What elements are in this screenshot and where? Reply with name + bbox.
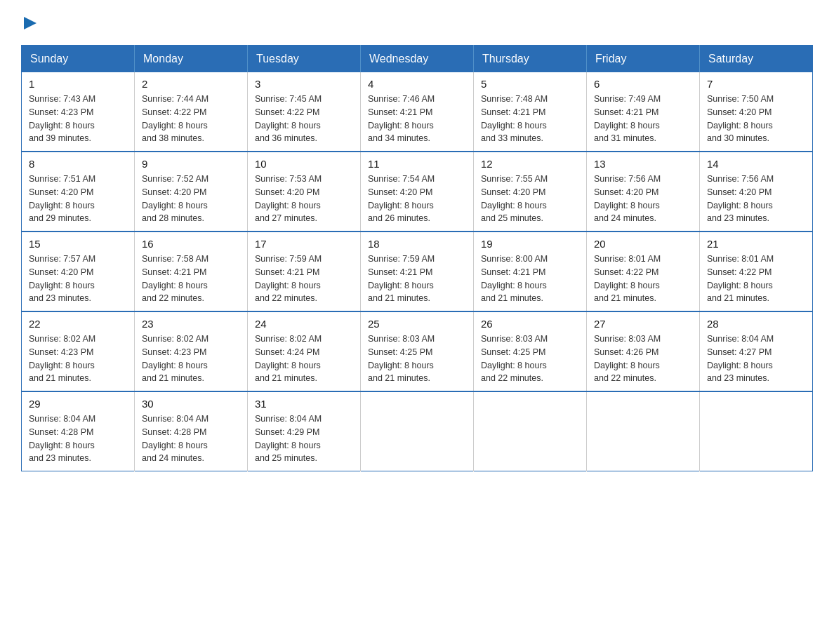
day-info: Sunrise: 7:51 AM Sunset: 4:20 PM Dayligh… xyxy=(29,173,127,225)
calendar-cell: 6 Sunrise: 7:49 AM Sunset: 4:21 PM Dayli… xyxy=(587,72,700,152)
day-number: 9 xyxy=(142,158,240,170)
day-info: Sunrise: 8:01 AM Sunset: 4:22 PM Dayligh… xyxy=(707,253,805,305)
calendar-cell: 21 Sunrise: 8:01 AM Sunset: 4:22 PM Dayl… xyxy=(700,232,813,311)
day-info: Sunrise: 7:59 AM Sunset: 4:21 PM Dayligh… xyxy=(255,253,353,305)
calendar-cell: 24 Sunrise: 8:02 AM Sunset: 4:24 PM Dayl… xyxy=(248,311,361,391)
weekday-header-friday: Friday xyxy=(587,46,700,73)
day-info: Sunrise: 7:50 AM Sunset: 4:20 PM Dayligh… xyxy=(707,93,805,145)
calendar-cell: 28 Sunrise: 8:04 AM Sunset: 4:27 PM Dayl… xyxy=(700,311,813,391)
logo-arrow-icon xyxy=(22,15,38,31)
logo xyxy=(21,14,38,31)
calendar-week-row: 29 Sunrise: 8:04 AM Sunset: 4:28 PM Dayl… xyxy=(22,391,813,471)
day-info: Sunrise: 7:57 AM Sunset: 4:20 PM Dayligh… xyxy=(29,253,127,305)
day-number: 1 xyxy=(29,78,127,90)
calendar-table: SundayMondayTuesdayWednesdayThursdayFrid… xyxy=(21,45,813,471)
calendar-cell: 8 Sunrise: 7:51 AM Sunset: 4:20 PM Dayli… xyxy=(22,152,135,232)
calendar-cell: 15 Sunrise: 7:57 AM Sunset: 4:20 PM Dayl… xyxy=(22,232,135,311)
weekday-header-saturday: Saturday xyxy=(700,46,813,73)
day-info: Sunrise: 7:49 AM Sunset: 4:21 PM Dayligh… xyxy=(594,93,692,145)
day-info: Sunrise: 7:46 AM Sunset: 4:21 PM Dayligh… xyxy=(368,93,466,145)
day-info: Sunrise: 8:02 AM Sunset: 4:23 PM Dayligh… xyxy=(29,333,127,385)
calendar-cell: 5 Sunrise: 7:48 AM Sunset: 4:21 PM Dayli… xyxy=(474,72,587,152)
day-info: Sunrise: 7:56 AM Sunset: 4:20 PM Dayligh… xyxy=(594,173,692,225)
calendar-cell: 14 Sunrise: 7:56 AM Sunset: 4:20 PM Dayl… xyxy=(700,152,813,232)
svg-marker-0 xyxy=(24,17,37,29)
day-info: Sunrise: 7:44 AM Sunset: 4:22 PM Dayligh… xyxy=(142,93,240,145)
calendar-cell: 17 Sunrise: 7:59 AM Sunset: 4:21 PM Dayl… xyxy=(248,232,361,311)
calendar-cell: 29 Sunrise: 8:04 AM Sunset: 4:28 PM Dayl… xyxy=(22,391,135,471)
day-number: 13 xyxy=(594,158,692,170)
calendar-week-row: 8 Sunrise: 7:51 AM Sunset: 4:20 PM Dayli… xyxy=(22,152,813,232)
day-info: Sunrise: 8:04 AM Sunset: 4:29 PM Dayligh… xyxy=(255,412,353,465)
day-number: 5 xyxy=(481,78,579,90)
day-number: 24 xyxy=(255,318,353,330)
day-info: Sunrise: 7:53 AM Sunset: 4:20 PM Dayligh… xyxy=(255,173,353,225)
calendar-cell: 27 Sunrise: 8:03 AM Sunset: 4:26 PM Dayl… xyxy=(587,311,700,391)
day-number: 29 xyxy=(29,398,127,410)
calendar-cell: 9 Sunrise: 7:52 AM Sunset: 4:20 PM Dayli… xyxy=(135,152,248,232)
calendar-cell xyxy=(361,391,474,471)
day-number: 14 xyxy=(707,158,805,170)
day-info: Sunrise: 7:45 AM Sunset: 4:22 PM Dayligh… xyxy=(255,93,353,145)
day-info: Sunrise: 8:03 AM Sunset: 4:26 PM Dayligh… xyxy=(594,333,692,385)
day-number: 6 xyxy=(594,78,692,90)
day-info: Sunrise: 8:04 AM Sunset: 4:27 PM Dayligh… xyxy=(707,333,805,385)
day-info: Sunrise: 8:03 AM Sunset: 4:25 PM Dayligh… xyxy=(368,333,466,385)
calendar-cell: 18 Sunrise: 7:59 AM Sunset: 4:21 PM Dayl… xyxy=(361,232,474,311)
calendar-cell: 3 Sunrise: 7:45 AM Sunset: 4:22 PM Dayli… xyxy=(248,72,361,152)
day-info: Sunrise: 7:56 AM Sunset: 4:20 PM Dayligh… xyxy=(707,173,805,225)
calendar-cell: 10 Sunrise: 7:53 AM Sunset: 4:20 PM Dayl… xyxy=(248,152,361,232)
day-number: 2 xyxy=(142,78,240,90)
day-number: 21 xyxy=(707,238,805,250)
calendar-week-row: 22 Sunrise: 8:02 AM Sunset: 4:23 PM Dayl… xyxy=(22,311,813,391)
day-info: Sunrise: 8:02 AM Sunset: 4:23 PM Dayligh… xyxy=(142,333,240,385)
calendar-week-row: 1 Sunrise: 7:43 AM Sunset: 4:23 PM Dayli… xyxy=(22,72,813,152)
day-number: 22 xyxy=(29,318,127,330)
day-number: 20 xyxy=(594,238,692,250)
calendar-cell: 20 Sunrise: 8:01 AM Sunset: 4:22 PM Dayl… xyxy=(587,232,700,311)
day-number: 26 xyxy=(481,318,579,330)
calendar-cell: 31 Sunrise: 8:04 AM Sunset: 4:29 PM Dayl… xyxy=(248,391,361,471)
weekday-header-sunday: Sunday xyxy=(22,46,135,73)
calendar-cell: 11 Sunrise: 7:54 AM Sunset: 4:20 PM Dayl… xyxy=(361,152,474,232)
day-number: 25 xyxy=(368,318,466,330)
day-number: 16 xyxy=(142,238,240,250)
calendar-cell: 30 Sunrise: 8:04 AM Sunset: 4:28 PM Dayl… xyxy=(135,391,248,471)
day-info: Sunrise: 8:02 AM Sunset: 4:24 PM Dayligh… xyxy=(255,333,353,385)
day-number: 15 xyxy=(29,238,127,250)
day-info: Sunrise: 7:55 AM Sunset: 4:20 PM Dayligh… xyxy=(481,173,579,225)
calendar-cell: 2 Sunrise: 7:44 AM Sunset: 4:22 PM Dayli… xyxy=(135,72,248,152)
day-info: Sunrise: 8:01 AM Sunset: 4:22 PM Dayligh… xyxy=(594,253,692,305)
day-number: 4 xyxy=(368,78,466,90)
day-info: Sunrise: 7:59 AM Sunset: 4:21 PM Dayligh… xyxy=(368,253,466,305)
day-number: 27 xyxy=(594,318,692,330)
calendar-cell: 19 Sunrise: 8:00 AM Sunset: 4:21 PM Dayl… xyxy=(474,232,587,311)
calendar-cell: 22 Sunrise: 8:02 AM Sunset: 4:23 PM Dayl… xyxy=(22,311,135,391)
day-number: 17 xyxy=(255,238,353,250)
day-number: 30 xyxy=(142,398,240,410)
weekday-header-wednesday: Wednesday xyxy=(361,46,474,73)
day-number: 31 xyxy=(255,398,353,410)
calendar-cell: 12 Sunrise: 7:55 AM Sunset: 4:20 PM Dayl… xyxy=(474,152,587,232)
day-info: Sunrise: 8:03 AM Sunset: 4:25 PM Dayligh… xyxy=(481,333,579,385)
calendar-cell: 26 Sunrise: 8:03 AM Sunset: 4:25 PM Dayl… xyxy=(474,311,587,391)
calendar-cell: 23 Sunrise: 8:02 AM Sunset: 4:23 PM Dayl… xyxy=(135,311,248,391)
day-number: 7 xyxy=(707,78,805,90)
day-info: Sunrise: 8:04 AM Sunset: 4:28 PM Dayligh… xyxy=(142,412,240,465)
day-number: 19 xyxy=(481,238,579,250)
day-number: 18 xyxy=(368,238,466,250)
calendar-cell: 13 Sunrise: 7:56 AM Sunset: 4:20 PM Dayl… xyxy=(587,152,700,232)
day-number: 3 xyxy=(255,78,353,90)
weekday-header-row: SundayMondayTuesdayWednesdayThursdayFrid… xyxy=(22,46,813,73)
day-info: Sunrise: 7:58 AM Sunset: 4:21 PM Dayligh… xyxy=(142,253,240,305)
calendar-cell: 16 Sunrise: 7:58 AM Sunset: 4:21 PM Dayl… xyxy=(135,232,248,311)
calendar-cell xyxy=(700,391,813,471)
calendar-cell xyxy=(474,391,587,471)
day-number: 23 xyxy=(142,318,240,330)
calendar-cell: 1 Sunrise: 7:43 AM Sunset: 4:23 PM Dayli… xyxy=(22,72,135,152)
day-info: Sunrise: 7:54 AM Sunset: 4:20 PM Dayligh… xyxy=(368,173,466,225)
day-number: 28 xyxy=(707,318,805,330)
day-info: Sunrise: 7:52 AM Sunset: 4:20 PM Dayligh… xyxy=(142,173,240,225)
day-info: Sunrise: 8:04 AM Sunset: 4:28 PM Dayligh… xyxy=(29,412,127,465)
page-header xyxy=(21,14,813,31)
